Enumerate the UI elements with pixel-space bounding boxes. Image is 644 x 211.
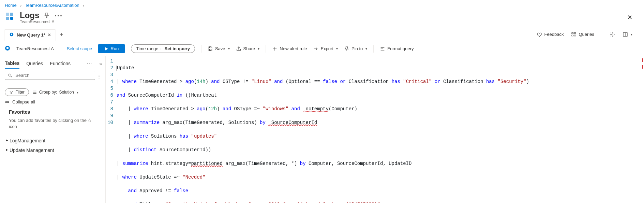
page-subtitle: TeamResourcesLA [20, 19, 62, 24]
format-query-button[interactable]: Format query [380, 46, 414, 52]
svg-rect-12 [209, 49, 211, 50]
sidebar-collapse-icon[interactable]: « [99, 61, 102, 66]
chevron-down-icon: ▾ [228, 47, 230, 51]
export-label: Export [320, 46, 333, 51]
page-title: Logs [20, 11, 39, 20]
query-toolbar: TeamResourcesLA Select scope Run Time ra… [0, 41, 644, 56]
workspace-icon [5, 45, 10, 52]
divider [602, 31, 602, 38]
chevron-down-icon: ▾ [365, 47, 367, 51]
settings-gear-icon[interactable] [610, 32, 615, 37]
svg-rect-2 [572, 32, 573, 33]
queries-label: Queries [579, 32, 594, 37]
save-label: Save [215, 46, 225, 51]
scope-name: TeamResourcesLA [16, 46, 54, 51]
svg-rect-23 [5, 101, 9, 102]
collapse-all-button[interactable]: Collapse all [5, 99, 102, 104]
svg-rect-10 [6, 47, 9, 49]
tree-item-updatemanagement[interactable]: ▸ Update Management [5, 145, 102, 155]
chevron-down-icon: ▾ [336, 47, 338, 51]
sidebar-more-icon[interactable]: ⋯ [87, 60, 92, 67]
share-label: Share [243, 46, 255, 51]
queries-button[interactable]: Queries [571, 32, 594, 37]
feedback-button[interactable]: Feedback [537, 32, 564, 37]
error-markers [642, 58, 643, 69]
close-icon[interactable]: ✕ [627, 14, 632, 21]
sidebar-search[interactable] [5, 71, 95, 80]
pin-to-label: Pin to [351, 46, 363, 51]
add-tab-button[interactable]: + [60, 31, 63, 38]
filter-button[interactable]: Filter [5, 88, 29, 96]
group-by-value: Solution [59, 90, 74, 95]
logs-app-icon [5, 12, 16, 23]
tree-label: LogManagement [10, 138, 45, 143]
share-button[interactable]: Share ▾ [236, 46, 260, 52]
favorites-heading: Favorites [9, 109, 102, 115]
run-button[interactable]: Run [98, 44, 125, 53]
save-button[interactable]: Save ▾ [208, 46, 230, 52]
pin-to-button[interactable]: Pin to ▾ [344, 46, 367, 52]
query-editor[interactable]: 12345678910 Update | where TimeGenerated… [106, 56, 644, 203]
caret-right-icon: ▸ [6, 147, 8, 153]
format-label: Format query [387, 46, 414, 51]
svg-point-18 [9, 74, 11, 76]
tab-query-1[interactable]: New Query 1* × [4, 29, 56, 41]
breadcrumb-sep-icon: › [83, 3, 84, 8]
svg-point-6 [612, 34, 613, 35]
query-tab-icon [9, 32, 14, 38]
code-area[interactable]: Update | where TimeGenerated > ago(14h) … [117, 58, 644, 203]
svg-rect-4 [572, 35, 573, 36]
more-icon[interactable]: ⋯ [54, 11, 62, 20]
line-gutter: 12345678910 [106, 58, 117, 203]
tab-close-icon[interactable]: × [48, 32, 51, 38]
svg-rect-11 [209, 47, 211, 48]
divider [373, 45, 374, 53]
favorites-help-text: You can add favorites by clicking on the… [9, 117, 98, 130]
query-tabbar: New Query 1* × + Feedback Queries ▾ [0, 28, 644, 41]
time-range-label: Time range : [136, 46, 161, 51]
time-range-picker[interactable]: Time range : Set in query [131, 44, 195, 53]
chevron-down-icon: ▾ [258, 47, 259, 51]
run-label: Run [110, 46, 119, 51]
search-input[interactable] [15, 73, 92, 78]
chevron-down-icon: ▾ [77, 90, 78, 94]
pin-icon[interactable] [44, 11, 49, 20]
caret-right-icon: ▸ [6, 138, 8, 143]
time-range-value: Set in query [165, 46, 190, 51]
tree-item-logmanagement[interactable]: ▸ LogManagement [5, 136, 102, 145]
tables-sidebar: Tables Queries Functions ⋯ « ⋮ Filter Gr… [0, 56, 106, 203]
select-scope-link[interactable]: Select scope [67, 46, 92, 51]
breadcrumb-resource[interactable]: TeamResourcesAutomation [25, 3, 79, 8]
divider [266, 45, 266, 53]
tree-label: Update Management [10, 147, 54, 153]
feedback-label: Feedback [544, 32, 564, 37]
page-header: Logs ⋯ TeamResourcesLA ✕ [0, 10, 644, 28]
breadcrumb: Home › TeamResourcesAutomation › [0, 0, 644, 10]
export-button[interactable]: Export ▾ [313, 46, 338, 52]
group-by-label: Group by: [39, 90, 57, 95]
new-alert-button[interactable]: New alert rule [272, 46, 307, 52]
tab-label: New Query 1* [17, 32, 45, 38]
svg-rect-3 [574, 32, 576, 33]
breadcrumb-home[interactable]: Home [5, 3, 17, 8]
sidebar-tab-queries[interactable]: Queries [26, 59, 43, 68]
new-alert-label: New alert rule [280, 46, 307, 51]
collapse-all-label: Collapse all [12, 99, 35, 104]
breadcrumb-sep-icon: › [20, 3, 21, 8]
filter-label: Filter [15, 90, 25, 95]
svg-rect-1 [11, 33, 12, 35]
sidebar-tab-functions[interactable]: Functions [50, 59, 71, 68]
chevron-down-icon: ▾ [631, 32, 632, 36]
divider [201, 45, 201, 53]
svg-rect-5 [574, 35, 576, 36]
svg-line-19 [11, 76, 12, 77]
panel-layout-icon[interactable]: ▾ [623, 32, 632, 37]
sidebar-tab-tables[interactable]: Tables [5, 58, 19, 69]
group-by-dropdown[interactable]: Group by: Solution ▾ [32, 90, 78, 95]
sidebar-kebab-icon[interactable]: ⋮ [97, 74, 101, 79]
